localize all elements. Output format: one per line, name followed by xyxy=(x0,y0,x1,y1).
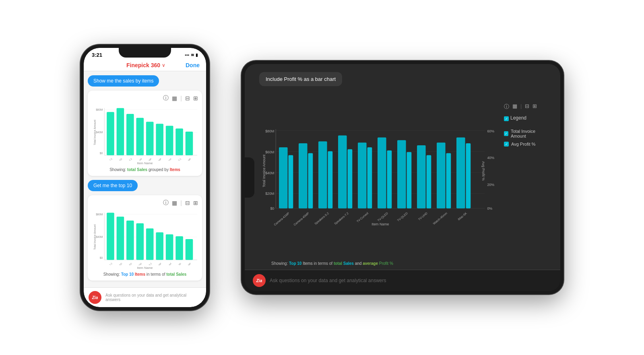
svg-text:20%: 20% xyxy=(487,183,494,187)
svg-text:TV-Curved: TV-Curved xyxy=(356,211,369,223)
legend-title: Legend xyxy=(510,115,526,121)
info-icon-landscape[interactable]: ⓘ xyxy=(504,103,509,110)
svg-text:TV-QLED: TV-QLED xyxy=(377,211,389,222)
svg-rect-83 xyxy=(437,142,446,208)
svg-text:0%: 0% xyxy=(487,206,492,211)
svg-text:Speakers-5.2: Speakers-5.2 xyxy=(141,262,152,265)
svg-text:Watch-45mm: Watch-45mm xyxy=(432,211,448,225)
chart-toolbar-1: ⓘ ▦ | ⊟ ⊞ xyxy=(92,95,198,102)
grid-icon[interactable]: ⊞ xyxy=(193,95,198,101)
legend-profit-checkbox[interactable]: ✓ xyxy=(504,142,509,147)
svg-text:TV-QLED: TV-QLED xyxy=(114,158,123,161)
landscape-chart-area: $80M $60M $40M $20M $0 60% 40% 20% 0% xyxy=(259,91,552,266)
status-time: 3:21 xyxy=(92,52,102,58)
info-icon-2[interactable]: ⓘ xyxy=(163,199,169,206)
status-and: and xyxy=(355,261,362,266)
status-icons: ▪▪▪ ≋ ▮ xyxy=(185,53,198,57)
status-sales: total Sales xyxy=(166,272,186,277)
legend-total-label: Total Invoice Amount xyxy=(511,129,548,138)
save-icon-2[interactable]: ⊟ xyxy=(185,200,190,206)
chart-area-1: $80M $40M $0 xyxy=(92,104,198,161)
landscape-bar-chart: $80M $60M $40M $20M $0 60% 40% 20% 0% xyxy=(259,91,496,259)
svg-text:TV-UHD: TV-UHD xyxy=(417,211,428,221)
svg-rect-77 xyxy=(378,137,386,208)
svg-text:Speakers-5.2: Speakers-5.2 xyxy=(122,158,132,161)
svg-text:Watch-39mm: Watch-39mm xyxy=(161,157,172,161)
svg-text:Speakers-7.2: Speakers-7.2 xyxy=(334,211,349,225)
signal-icon: ▪▪▪ xyxy=(185,53,189,57)
legend-item-total: ✓ Total Invoice Amount xyxy=(504,129,548,138)
svg-rect-39 xyxy=(166,234,173,260)
app-name-container[interactable]: Finepick 360 ∨ xyxy=(126,62,165,68)
svg-text:Speakers-7.2: Speakers-7.2 xyxy=(102,158,113,161)
svg-rect-84 xyxy=(446,153,451,208)
legend-item-profit: ✓ Avg Profit % xyxy=(504,142,548,147)
app-name: Finepick 360 xyxy=(126,62,160,68)
svg-text:$0: $0 xyxy=(100,152,103,155)
chat-placeholder-landscape[interactable]: Ask questions on your data and get analy… xyxy=(270,278,386,283)
status-profit-landscape: Profit % xyxy=(379,261,393,266)
svg-rect-38 xyxy=(156,232,163,260)
bar-chart-1: $80M $40M $0 xyxy=(92,104,198,161)
chart-type-icon[interactable]: ▦ xyxy=(172,95,177,101)
chat-placeholder[interactable]: Ask questions on your data and get analy… xyxy=(105,293,201,302)
svg-text:TV-Curved: TV-Curved xyxy=(133,158,142,161)
prompt-bubble[interactable]: Include Profit % as a bar chart xyxy=(259,72,342,86)
svg-rect-71 xyxy=(318,141,327,208)
svg-text:Speakers-7.2: Speakers-7.2 xyxy=(102,262,113,265)
landscape-screen: Include Profit % as a bar chart $80M $60… xyxy=(245,64,560,291)
svg-text:40%: 40% xyxy=(487,156,494,160)
legend-total-checkbox[interactable]: ✓ xyxy=(504,131,508,136)
chat-bubble-2[interactable]: Get me the top 10 xyxy=(88,180,138,191)
status-top10: Top 10 xyxy=(121,272,134,277)
chart-card-1: ⓘ ▦ | ⊟ ⊞ $80M $40M $0 xyxy=(88,91,202,176)
svg-text:TV-QLED: TV-QLED xyxy=(114,262,123,265)
chart-type-icon-2[interactable]: ▦ xyxy=(172,200,177,206)
svg-text:$40M: $40M xyxy=(96,235,103,238)
svg-rect-33 xyxy=(107,213,114,260)
toolbar-sep-landscape: | xyxy=(520,103,522,110)
svg-text:Total Invoice Amount: Total Invoice Amount xyxy=(262,154,266,187)
save-icon-landscape[interactable]: ⊟ xyxy=(525,103,529,110)
svg-text:60%: 60% xyxy=(487,129,494,133)
svg-text:Camera-37MP: Camera-37MP xyxy=(151,157,162,161)
svg-rect-35 xyxy=(126,221,134,260)
status-keyword-items: Items xyxy=(170,167,180,172)
svg-text:Camera-41MP: Camera-41MP xyxy=(140,157,152,161)
svg-text:TV-Curved: TV-Curved xyxy=(163,262,171,265)
legend-header: ✓ Legend xyxy=(504,115,548,122)
chat-bubble-1[interactable]: Show me the sales by items xyxy=(88,75,159,87)
svg-text:Total Invoice Amount: Total Invoice Amount xyxy=(93,120,96,145)
landscape-notch xyxy=(245,157,254,198)
info-icon[interactable]: ⓘ xyxy=(163,95,169,102)
toolbar-sep: | xyxy=(180,95,182,101)
svg-text:$0: $0 xyxy=(270,206,274,211)
zia-button-landscape[interactable]: Zia xyxy=(253,274,266,287)
svg-text:TV-QLED: TV-QLED xyxy=(396,211,409,222)
zia-button[interactable]: Zia xyxy=(89,291,101,304)
svg-text:iMac-5K: iMac-5K xyxy=(457,211,467,221)
landscape-chart-svg: $80M $60M $40M $20M $0 60% 40% 20% 0% xyxy=(259,91,496,259)
grid-icon-2[interactable]: ⊞ xyxy=(193,200,198,206)
grid-icon-landscape[interactable]: ⊞ xyxy=(533,103,537,110)
status-average-landscape: average xyxy=(363,261,378,266)
legend-main-checkbox[interactable]: ✓ xyxy=(504,116,509,121)
phone-content: Show me the sales by items ⓘ ▦ | ⊟ ⊞ $80… xyxy=(84,71,206,287)
save-icon[interactable]: ⊟ xyxy=(185,95,190,101)
svg-text:$80M: $80M xyxy=(265,129,274,133)
chart-type-icon-landscape[interactable]: ▦ xyxy=(512,103,517,110)
svg-text:$60M: $60M xyxy=(265,150,274,154)
zia-label: Zia xyxy=(92,295,98,300)
svg-rect-75 xyxy=(358,142,367,208)
svg-text:Total Invoice Amount: Total Invoice Amount xyxy=(93,224,96,250)
svg-rect-11 xyxy=(146,122,154,155)
svg-rect-73 xyxy=(338,136,347,208)
svg-rect-74 xyxy=(348,149,353,208)
landscape-bottom-bar: Zia Ask questions on your data and get a… xyxy=(245,270,560,291)
svg-rect-70 xyxy=(308,153,313,208)
portrait-screen: 3:21 ▪▪▪ ≋ ▮ Finepick 360 ∨ Done Show me… xyxy=(84,48,206,307)
svg-rect-78 xyxy=(387,151,392,208)
svg-text:iMac-5K: iMac-5K xyxy=(174,262,182,265)
done-button[interactable]: Done xyxy=(186,62,200,68)
x-axis-title-1: Item Name xyxy=(92,161,198,165)
